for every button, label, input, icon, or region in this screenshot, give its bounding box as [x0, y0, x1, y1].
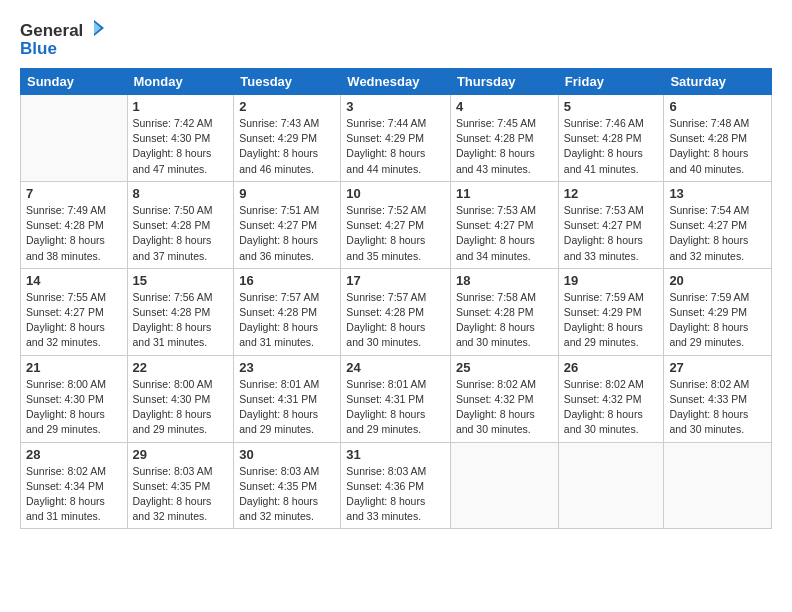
day-number: 8	[133, 186, 229, 201]
calendar-day-cell	[450, 442, 558, 529]
calendar-day-cell: 31Sunrise: 8:03 AM Sunset: 4:36 PM Dayli…	[341, 442, 451, 529]
day-info: Sunrise: 7:57 AM Sunset: 4:28 PM Dayligh…	[239, 290, 335, 351]
day-info: Sunrise: 7:45 AM Sunset: 4:28 PM Dayligh…	[456, 116, 553, 177]
day-number: 30	[239, 447, 335, 462]
day-info: Sunrise: 7:53 AM Sunset: 4:27 PM Dayligh…	[564, 203, 659, 264]
calendar-day-cell: 8Sunrise: 7:50 AM Sunset: 4:28 PM Daylig…	[127, 181, 234, 268]
calendar-day-cell: 10Sunrise: 7:52 AM Sunset: 4:27 PM Dayli…	[341, 181, 451, 268]
day-number: 4	[456, 99, 553, 114]
day-info: Sunrise: 7:53 AM Sunset: 4:27 PM Dayligh…	[456, 203, 553, 264]
day-number: 17	[346, 273, 445, 288]
day-info: Sunrise: 7:55 AM Sunset: 4:27 PM Dayligh…	[26, 290, 122, 351]
day-info: Sunrise: 7:49 AM Sunset: 4:28 PM Dayligh…	[26, 203, 122, 264]
calendar-day-cell: 6Sunrise: 7:48 AM Sunset: 4:28 PM Daylig…	[664, 95, 772, 182]
calendar-day-cell: 16Sunrise: 7:57 AM Sunset: 4:28 PM Dayli…	[234, 268, 341, 355]
svg-text:General: General	[20, 21, 83, 40]
day-number: 28	[26, 447, 122, 462]
day-number: 19	[564, 273, 659, 288]
calendar-day-cell: 12Sunrise: 7:53 AM Sunset: 4:27 PM Dayli…	[558, 181, 664, 268]
logo: General Blue	[20, 18, 110, 60]
day-number: 3	[346, 99, 445, 114]
day-number: 1	[133, 99, 229, 114]
day-info: Sunrise: 7:42 AM Sunset: 4:30 PM Dayligh…	[133, 116, 229, 177]
day-info: Sunrise: 8:01 AM Sunset: 4:31 PM Dayligh…	[239, 377, 335, 438]
calendar-day-cell: 3Sunrise: 7:44 AM Sunset: 4:29 PM Daylig…	[341, 95, 451, 182]
calendar-day-cell: 22Sunrise: 8:00 AM Sunset: 4:30 PM Dayli…	[127, 355, 234, 442]
calendar-header-row: SundayMondayTuesdayWednesdayThursdayFrid…	[21, 69, 772, 95]
calendar-day-cell: 24Sunrise: 8:01 AM Sunset: 4:31 PM Dayli…	[341, 355, 451, 442]
calendar-week-row: 28Sunrise: 8:02 AM Sunset: 4:34 PM Dayli…	[21, 442, 772, 529]
day-info: Sunrise: 7:52 AM Sunset: 4:27 PM Dayligh…	[346, 203, 445, 264]
day-info: Sunrise: 8:03 AM Sunset: 4:36 PM Dayligh…	[346, 464, 445, 525]
calendar-day-cell: 13Sunrise: 7:54 AM Sunset: 4:27 PM Dayli…	[664, 181, 772, 268]
calendar-day-cell: 30Sunrise: 8:03 AM Sunset: 4:35 PM Dayli…	[234, 442, 341, 529]
calendar-day-cell: 27Sunrise: 8:02 AM Sunset: 4:33 PM Dayli…	[664, 355, 772, 442]
day-number: 16	[239, 273, 335, 288]
day-info: Sunrise: 7:57 AM Sunset: 4:28 PM Dayligh…	[346, 290, 445, 351]
day-info: Sunrise: 8:02 AM Sunset: 4:32 PM Dayligh…	[456, 377, 553, 438]
calendar-day-cell: 21Sunrise: 8:00 AM Sunset: 4:30 PM Dayli…	[21, 355, 128, 442]
calendar-day-cell: 1Sunrise: 7:42 AM Sunset: 4:30 PM Daylig…	[127, 95, 234, 182]
day-info: Sunrise: 8:02 AM Sunset: 4:33 PM Dayligh…	[669, 377, 766, 438]
day-number: 21	[26, 360, 122, 375]
day-info: Sunrise: 8:00 AM Sunset: 4:30 PM Dayligh…	[133, 377, 229, 438]
day-number: 7	[26, 186, 122, 201]
calendar-day-cell: 26Sunrise: 8:02 AM Sunset: 4:32 PM Dayli…	[558, 355, 664, 442]
day-number: 15	[133, 273, 229, 288]
weekday-header: Monday	[127, 69, 234, 95]
day-info: Sunrise: 7:56 AM Sunset: 4:28 PM Dayligh…	[133, 290, 229, 351]
calendar-day-cell	[664, 442, 772, 529]
day-number: 27	[669, 360, 766, 375]
day-number: 20	[669, 273, 766, 288]
day-info: Sunrise: 8:00 AM Sunset: 4:30 PM Dayligh…	[26, 377, 122, 438]
day-number: 2	[239, 99, 335, 114]
day-info: Sunrise: 7:54 AM Sunset: 4:27 PM Dayligh…	[669, 203, 766, 264]
calendar-day-cell: 25Sunrise: 8:02 AM Sunset: 4:32 PM Dayli…	[450, 355, 558, 442]
day-number: 13	[669, 186, 766, 201]
day-number: 23	[239, 360, 335, 375]
calendar-day-cell	[558, 442, 664, 529]
calendar-week-row: 7Sunrise: 7:49 AM Sunset: 4:28 PM Daylig…	[21, 181, 772, 268]
calendar-day-cell: 17Sunrise: 7:57 AM Sunset: 4:28 PM Dayli…	[341, 268, 451, 355]
day-number: 14	[26, 273, 122, 288]
calendar-day-cell: 20Sunrise: 7:59 AM Sunset: 4:29 PM Dayli…	[664, 268, 772, 355]
day-info: Sunrise: 7:58 AM Sunset: 4:28 PM Dayligh…	[456, 290, 553, 351]
day-info: Sunrise: 7:59 AM Sunset: 4:29 PM Dayligh…	[564, 290, 659, 351]
day-number: 26	[564, 360, 659, 375]
weekday-header: Thursday	[450, 69, 558, 95]
calendar-week-row: 14Sunrise: 7:55 AM Sunset: 4:27 PM Dayli…	[21, 268, 772, 355]
calendar-day-cell: 23Sunrise: 8:01 AM Sunset: 4:31 PM Dayli…	[234, 355, 341, 442]
day-number: 25	[456, 360, 553, 375]
calendar-day-cell: 28Sunrise: 8:02 AM Sunset: 4:34 PM Dayli…	[21, 442, 128, 529]
calendar-day-cell: 29Sunrise: 8:03 AM Sunset: 4:35 PM Dayli…	[127, 442, 234, 529]
day-info: Sunrise: 7:46 AM Sunset: 4:28 PM Dayligh…	[564, 116, 659, 177]
calendar-table: SundayMondayTuesdayWednesdayThursdayFrid…	[20, 68, 772, 529]
calendar-day-cell: 18Sunrise: 7:58 AM Sunset: 4:28 PM Dayli…	[450, 268, 558, 355]
day-number: 10	[346, 186, 445, 201]
day-info: Sunrise: 7:59 AM Sunset: 4:29 PM Dayligh…	[669, 290, 766, 351]
weekday-header: Friday	[558, 69, 664, 95]
calendar-day-cell: 9Sunrise: 7:51 AM Sunset: 4:27 PM Daylig…	[234, 181, 341, 268]
calendar-day-cell: 7Sunrise: 7:49 AM Sunset: 4:28 PM Daylig…	[21, 181, 128, 268]
weekday-header: Saturday	[664, 69, 772, 95]
logo-svg: General Blue	[20, 18, 110, 60]
calendar-week-row: 1Sunrise: 7:42 AM Sunset: 4:30 PM Daylig…	[21, 95, 772, 182]
calendar-day-cell: 5Sunrise: 7:46 AM Sunset: 4:28 PM Daylig…	[558, 95, 664, 182]
day-info: Sunrise: 7:43 AM Sunset: 4:29 PM Dayligh…	[239, 116, 335, 177]
day-info: Sunrise: 8:02 AM Sunset: 4:32 PM Dayligh…	[564, 377, 659, 438]
calendar-week-row: 21Sunrise: 8:00 AM Sunset: 4:30 PM Dayli…	[21, 355, 772, 442]
day-info: Sunrise: 7:48 AM Sunset: 4:28 PM Dayligh…	[669, 116, 766, 177]
calendar-day-cell: 2Sunrise: 7:43 AM Sunset: 4:29 PM Daylig…	[234, 95, 341, 182]
day-info: Sunrise: 7:50 AM Sunset: 4:28 PM Dayligh…	[133, 203, 229, 264]
day-number: 18	[456, 273, 553, 288]
weekday-header: Sunday	[21, 69, 128, 95]
day-number: 29	[133, 447, 229, 462]
calendar-day-cell: 15Sunrise: 7:56 AM Sunset: 4:28 PM Dayli…	[127, 268, 234, 355]
page-header: General Blue	[20, 18, 772, 60]
day-number: 11	[456, 186, 553, 201]
calendar-day-cell: 19Sunrise: 7:59 AM Sunset: 4:29 PM Dayli…	[558, 268, 664, 355]
day-number: 6	[669, 99, 766, 114]
svg-text:Blue: Blue	[20, 39, 57, 58]
weekday-header: Wednesday	[341, 69, 451, 95]
day-number: 9	[239, 186, 335, 201]
